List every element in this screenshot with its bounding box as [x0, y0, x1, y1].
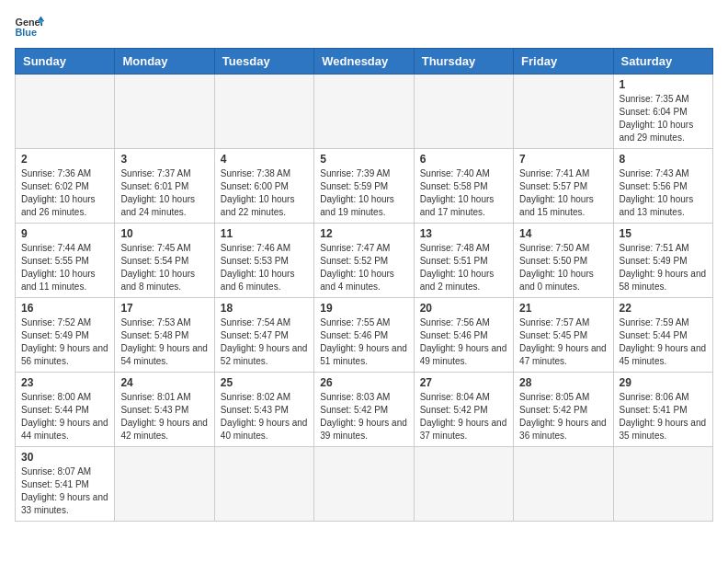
day-info: Sunrise: 7:53 AM Sunset: 5:48 PM Dayligh… [120, 316, 208, 368]
empty-cell [214, 75, 313, 149]
calendar-week-row: 30Sunrise: 8:07 AM Sunset: 5:41 PM Dayli… [16, 447, 713, 522]
day-cell-24: 24Sunrise: 8:01 AM Sunset: 5:43 PM Dayli… [115, 373, 214, 447]
day-cell-20: 20Sunrise: 7:56 AM Sunset: 5:46 PM Dayli… [414, 298, 513, 373]
day-cell-18: 18Sunrise: 7:54 AM Sunset: 5:47 PM Dayli… [214, 298, 313, 373]
calendar-week-row: 16Sunrise: 7:52 AM Sunset: 5:49 PM Dayli… [16, 298, 713, 373]
day-number: 11 [221, 227, 308, 240]
calendar-week-row: 2Sunrise: 7:36 AM Sunset: 6:02 PM Daylig… [16, 149, 713, 224]
calendar-week-row: 1Sunrise: 7:35 AM Sunset: 6:04 PM Daylig… [16, 75, 713, 149]
day-number: 7 [519, 153, 607, 166]
day-info: Sunrise: 7:39 AM Sunset: 5:59 PM Dayligh… [320, 167, 407, 219]
day-info: Sunrise: 7:40 AM Sunset: 5:58 PM Dayligh… [420, 167, 507, 219]
empty-cell [514, 447, 613, 522]
day-cell-6: 6Sunrise: 7:40 AM Sunset: 5:58 PM Daylig… [414, 149, 513, 224]
day-number: 3 [120, 153, 208, 166]
day-info: Sunrise: 7:54 AM Sunset: 5:47 PM Dayligh… [221, 316, 308, 368]
day-cell-29: 29Sunrise: 8:06 AM Sunset: 5:41 PM Dayli… [613, 373, 712, 447]
day-number: 12 [320, 227, 407, 240]
day-cell-25: 25Sunrise: 8:02 AM Sunset: 5:43 PM Dayli… [214, 373, 313, 447]
day-info: Sunrise: 7:59 AM Sunset: 5:44 PM Dayligh… [620, 316, 707, 368]
day-info: Sunrise: 7:56 AM Sunset: 5:46 PM Dayligh… [420, 316, 507, 368]
day-cell-9: 9Sunrise: 7:44 AM Sunset: 5:55 PM Daylig… [16, 224, 115, 298]
empty-cell [314, 75, 414, 149]
day-cell-17: 17Sunrise: 7:53 AM Sunset: 5:48 PM Dayli… [115, 298, 214, 373]
day-info: Sunrise: 7:48 AM Sunset: 5:51 PM Dayligh… [420, 242, 507, 293]
calendar-week-row: 23Sunrise: 8:00 AM Sunset: 5:44 PM Dayli… [16, 373, 713, 447]
day-info: Sunrise: 8:02 AM Sunset: 5:43 PM Dayligh… [221, 391, 308, 442]
day-number: 27 [420, 376, 507, 389]
logo-icon: General Blue [15, 15, 44, 40]
day-number: 1 [620, 78, 707, 91]
day-info: Sunrise: 7:47 AM Sunset: 5:52 PM Dayligh… [320, 242, 407, 293]
day-cell-14: 14Sunrise: 7:50 AM Sunset: 5:50 PM Dayli… [514, 224, 613, 298]
weekday-header-monday: Monday [115, 49, 214, 75]
day-info: Sunrise: 7:37 AM Sunset: 6:01 PM Dayligh… [120, 167, 208, 219]
day-cell-16: 16Sunrise: 7:52 AM Sunset: 5:49 PM Dayli… [16, 298, 115, 373]
day-info: Sunrise: 7:50 AM Sunset: 5:50 PM Dayligh… [519, 242, 607, 293]
weekday-header-saturday: Saturday [613, 49, 712, 75]
day-info: Sunrise: 7:38 AM Sunset: 6:00 PM Dayligh… [221, 167, 308, 219]
day-number: 22 [620, 302, 707, 315]
day-cell-26: 26Sunrise: 8:03 AM Sunset: 5:42 PM Dayli… [314, 373, 414, 447]
weekday-header-sunday: Sunday [16, 49, 115, 75]
day-number: 14 [519, 227, 607, 240]
day-number: 21 [519, 302, 607, 315]
empty-cell [214, 447, 313, 522]
day-number: 6 [420, 153, 507, 166]
header: General Blue [15, 15, 713, 40]
calendar: SundayMondayTuesdayWednesdayThursdayFrid… [15, 48, 713, 522]
day-info: Sunrise: 8:06 AM Sunset: 5:41 PM Dayligh… [620, 391, 707, 442]
day-cell-7: 7Sunrise: 7:41 AM Sunset: 5:57 PM Daylig… [514, 149, 613, 224]
day-cell-2: 2Sunrise: 7:36 AM Sunset: 6:02 PM Daylig… [16, 149, 115, 224]
day-number: 18 [221, 302, 308, 315]
svg-text:Blue: Blue [15, 27, 37, 38]
day-number: 28 [519, 376, 607, 389]
weekday-header-thursday: Thursday [414, 49, 513, 75]
day-number: 17 [120, 302, 208, 315]
day-number: 8 [620, 153, 707, 166]
day-info: Sunrise: 8:04 AM Sunset: 5:42 PM Dayligh… [420, 391, 507, 442]
day-cell-13: 13Sunrise: 7:48 AM Sunset: 5:51 PM Dayli… [414, 224, 513, 298]
empty-cell [16, 75, 115, 149]
day-info: Sunrise: 7:55 AM Sunset: 5:46 PM Dayligh… [320, 316, 407, 368]
day-number: 4 [221, 153, 308, 166]
day-number: 30 [21, 451, 108, 464]
empty-cell [414, 75, 513, 149]
day-number: 15 [620, 227, 707, 240]
empty-cell [613, 447, 712, 522]
day-info: Sunrise: 7:57 AM Sunset: 5:45 PM Dayligh… [519, 316, 607, 368]
day-cell-12: 12Sunrise: 7:47 AM Sunset: 5:52 PM Dayli… [314, 224, 414, 298]
day-info: Sunrise: 7:46 AM Sunset: 5:53 PM Dayligh… [221, 242, 308, 293]
day-cell-10: 10Sunrise: 7:45 AM Sunset: 5:54 PM Dayli… [115, 224, 214, 298]
day-number: 24 [120, 376, 208, 389]
weekday-header-wednesday: Wednesday [314, 49, 414, 75]
day-number: 20 [420, 302, 507, 315]
day-number: 5 [320, 153, 407, 166]
empty-cell [414, 447, 513, 522]
empty-cell [115, 447, 214, 522]
day-info: Sunrise: 8:03 AM Sunset: 5:42 PM Dayligh… [320, 391, 407, 442]
day-cell-30: 30Sunrise: 8:07 AM Sunset: 5:41 PM Dayli… [16, 447, 115, 522]
weekday-header-tuesday: Tuesday [214, 49, 313, 75]
empty-cell [115, 75, 214, 149]
day-info: Sunrise: 7:44 AM Sunset: 5:55 PM Dayligh… [21, 242, 108, 293]
day-info: Sunrise: 7:52 AM Sunset: 5:49 PM Dayligh… [21, 316, 108, 368]
day-cell-5: 5Sunrise: 7:39 AM Sunset: 5:59 PM Daylig… [314, 149, 414, 224]
calendar-week-row: 9Sunrise: 7:44 AM Sunset: 5:55 PM Daylig… [16, 224, 713, 298]
day-info: Sunrise: 7:43 AM Sunset: 5:56 PM Dayligh… [620, 167, 707, 219]
day-info: Sunrise: 7:45 AM Sunset: 5:54 PM Dayligh… [120, 242, 208, 293]
day-info: Sunrise: 8:00 AM Sunset: 5:44 PM Dayligh… [21, 391, 108, 442]
day-number: 25 [221, 376, 308, 389]
day-number: 19 [320, 302, 407, 315]
day-number: 9 [21, 227, 108, 240]
day-cell-8: 8Sunrise: 7:43 AM Sunset: 5:56 PM Daylig… [613, 149, 712, 224]
day-info: Sunrise: 8:05 AM Sunset: 5:42 PM Dayligh… [519, 391, 607, 442]
empty-cell [314, 447, 414, 522]
day-number: 13 [420, 227, 507, 240]
day-cell-19: 19Sunrise: 7:55 AM Sunset: 5:46 PM Dayli… [314, 298, 414, 373]
day-cell-3: 3Sunrise: 7:37 AM Sunset: 6:01 PM Daylig… [115, 149, 214, 224]
day-number: 26 [320, 376, 407, 389]
day-cell-23: 23Sunrise: 8:00 AM Sunset: 5:44 PM Dayli… [16, 373, 115, 447]
day-number: 2 [21, 153, 108, 166]
day-info: Sunrise: 7:36 AM Sunset: 6:02 PM Dayligh… [21, 167, 108, 219]
